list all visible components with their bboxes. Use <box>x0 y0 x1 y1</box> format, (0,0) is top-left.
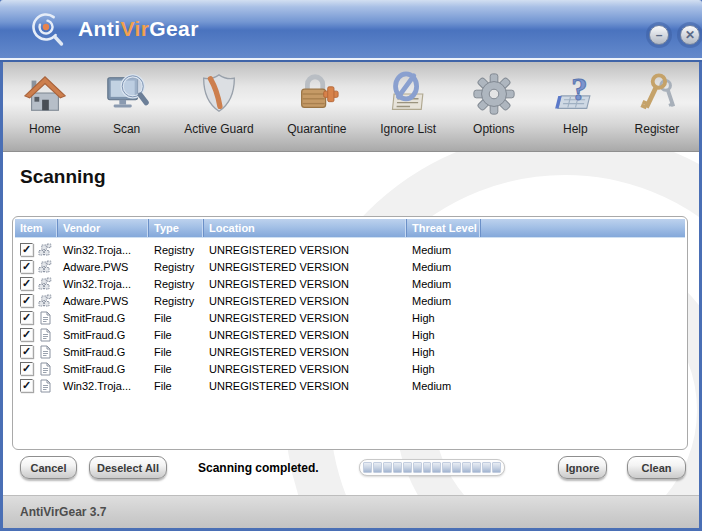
table-row[interactable]: ✓ Win32.Troja...RegistryUNREGISTERED VER… <box>15 275 685 292</box>
home-icon <box>22 71 68 117</box>
cell-vendor: Win32.Troja... <box>58 278 149 290</box>
cell-location: UNREGISTERED VERSION <box>204 261 407 273</box>
row-checkbox[interactable]: ✓ <box>20 379 33 392</box>
ignore-icon <box>385 71 431 117</box>
cell-vendor: SmitFraud.G <box>58 312 149 324</box>
toolbar-item-register[interactable]: Register <box>629 68 685 138</box>
row-checkbox[interactable]: ✓ <box>20 345 33 358</box>
column-header-filler <box>481 219 685 237</box>
cell-type: Registry <box>149 261 204 273</box>
row-checkbox[interactable]: ✓ <box>20 260 33 273</box>
column-header-vendor[interactable]: Vendor <box>58 219 149 237</box>
close-button[interactable]: ✕ <box>680 25 700 45</box>
toolbar-item-quarantine[interactable]: Quarantine <box>283 68 350 138</box>
ignore-button[interactable]: Ignore <box>558 456 607 479</box>
file-icon <box>38 345 52 359</box>
toolbar-item-active-guard[interactable]: Active Guard <box>180 68 257 138</box>
progress-segment <box>442 462 451 473</box>
scan-results-table: ItemVendorTypeLocationThreat Level ✓ Win… <box>12 216 688 450</box>
table-row[interactable]: ✓ Win32.Troja...RegistryUNREGISTERED VER… <box>15 241 685 258</box>
cell-location: UNREGISTERED VERSION <box>204 346 407 358</box>
app-title: AntiVirGear <box>78 17 199 41</box>
deselect-all-button[interactable]: Deselect All <box>89 456 167 479</box>
progress-segment <box>423 462 432 473</box>
cell-threat: High <box>407 363 481 375</box>
logo-icon <box>30 12 66 48</box>
progress-segment <box>492 462 501 473</box>
cell-threat: Medium <box>407 244 481 256</box>
toolbar-item-ignore-list[interactable]: Ignore List <box>376 68 440 138</box>
progress-segment <box>383 462 392 473</box>
column-header-item[interactable]: Item <box>15 219 58 237</box>
table-row[interactable]: ✓ Win32.Troja...FileUNREGISTERED VERSION… <box>15 377 685 394</box>
row-checkbox[interactable]: ✓ <box>20 362 33 375</box>
title-bar: AntiVirGear – ✕ <box>0 0 702 58</box>
table-row[interactable]: ✓ SmitFraud.GFileUNREGISTERED VERSIONHig… <box>15 309 685 326</box>
cell-type: Registry <box>149 278 204 290</box>
progress-segment <box>432 462 441 473</box>
table-row[interactable]: ✓ Adware.PWSRegistryUNREGISTERED VERSION… <box>15 258 685 275</box>
file-icon <box>38 379 52 393</box>
registry-icon <box>38 260 52 274</box>
app-title-part: Gear <box>149 17 198 40</box>
toolbar-item-help[interactable]: ? Help <box>547 68 603 138</box>
toolbar-item-options[interactable]: Options <box>466 68 522 138</box>
cell-type: File <box>149 329 204 341</box>
version-text: AntiVirGear 3.7 <box>20 505 106 519</box>
minimize-button[interactable]: – <box>649 25 669 45</box>
toolbar-item-home[interactable]: Home <box>17 68 73 138</box>
app-title-part: Vir <box>120 17 149 40</box>
cell-location: UNREGISTERED VERSION <box>204 363 407 375</box>
progress-segment <box>363 462 372 473</box>
status-bar: AntiVirGear 3.7 <box>3 495 699 528</box>
cell-type: Registry <box>149 295 204 307</box>
toolbar-item-label: Ignore List <box>380 122 436 136</box>
shield-icon <box>196 71 242 117</box>
column-header-type[interactable]: Type <box>149 219 204 237</box>
app-window: AntiVirGear – ✕ Home Scan Active Guard Q… <box>0 0 702 531</box>
file-icon <box>38 311 52 325</box>
registry-icon <box>38 243 52 257</box>
cell-vendor: Win32.Troja... <box>58 380 149 392</box>
cell-vendor: SmitFraud.G <box>58 329 149 341</box>
column-header-threat-level[interactable]: Threat Level <box>407 219 481 237</box>
content-area: Scanning ItemVendorTypeLocationThreat Le… <box>3 152 699 495</box>
clean-button[interactable]: Clean <box>627 456 686 479</box>
row-checkbox[interactable]: ✓ <box>20 328 33 341</box>
cell-location: UNREGISTERED VERSION <box>204 278 407 290</box>
cell-vendor: SmitFraud.G <box>58 346 149 358</box>
cell-threat: Medium <box>407 380 481 392</box>
toolbar-item-label: Home <box>29 122 61 136</box>
cell-vendor: Adware.PWS <box>58 295 149 307</box>
scan-progress-bar <box>359 459 505 476</box>
cell-type: File <box>149 312 204 324</box>
cell-type: File <box>149 363 204 375</box>
column-header-location[interactable]: Location <box>204 219 407 237</box>
table-row[interactable]: ✓ SmitFraud.GFileUNREGISTERED VERSIONHig… <box>15 326 685 343</box>
page-title: Scanning <box>20 166 106 188</box>
row-checkbox[interactable]: ✓ <box>20 277 33 290</box>
row-checkbox[interactable]: ✓ <box>20 311 33 324</box>
row-checkbox[interactable]: ✓ <box>20 294 33 307</box>
toolbar-item-scan[interactable]: Scan <box>99 68 155 138</box>
table-row[interactable]: ✓ Adware.PWSRegistryUNREGISTERED VERSION… <box>15 292 685 309</box>
cell-threat: Medium <box>407 278 481 290</box>
registry-icon <box>38 277 52 291</box>
toolbar: Home Scan Active Guard Quarantine Ignore… <box>3 62 699 152</box>
cell-vendor: Win32.Troja... <box>58 244 149 256</box>
toolbar-item-label: Help <box>563 122 588 136</box>
gear-icon <box>471 71 517 117</box>
progress-segment <box>452 462 461 473</box>
app-title-part: Anti <box>78 17 120 40</box>
padlock-icon <box>294 71 340 117</box>
toolbar-item-label: Quarantine <box>287 122 346 136</box>
cancel-button[interactable]: Cancel <box>20 456 77 479</box>
footer-controls: Cancel Deselect All Scanning completed. … <box>12 454 688 482</box>
table-row[interactable]: ✓ SmitFraud.GFileUNREGISTERED VERSIONHig… <box>15 360 685 377</box>
row-checkbox[interactable]: ✓ <box>20 243 33 256</box>
cell-vendor: Adware.PWS <box>58 261 149 273</box>
table-row[interactable]: ✓ SmitFraud.GFileUNREGISTERED VERSIONHig… <box>15 343 685 360</box>
file-icon <box>38 328 52 342</box>
scan-status-text: Scanning completed. <box>198 461 319 475</box>
help-icon: ? <box>552 71 598 117</box>
